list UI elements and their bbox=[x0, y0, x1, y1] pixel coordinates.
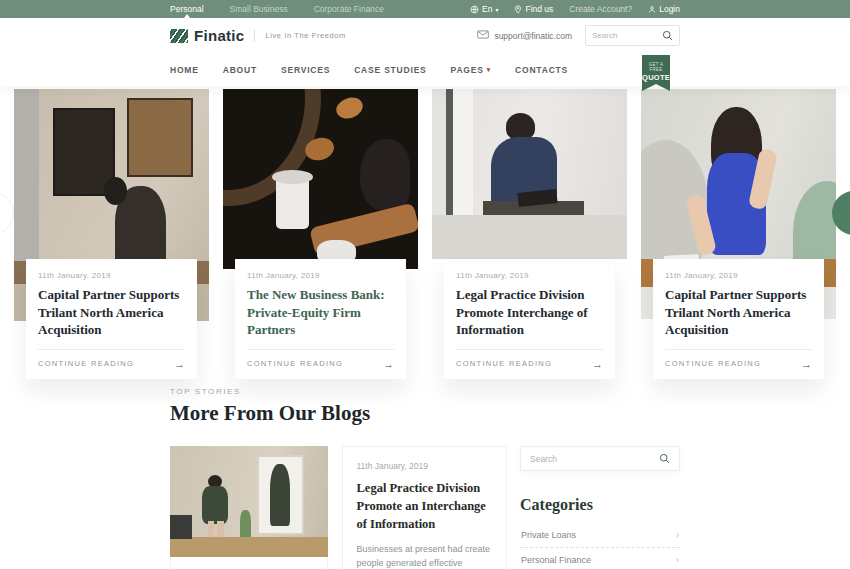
categories-list: Private Loans › Personal Finance › Inves… bbox=[520, 523, 680, 569]
search-icon[interactable] bbox=[659, 450, 670, 468]
brand-name: Finatic bbox=[194, 27, 244, 44]
card-image-floating-coffee bbox=[223, 89, 418, 269]
blog-image-girl-mirror bbox=[170, 446, 328, 557]
card-title[interactable]: Legal Practice Division Promote Intercha… bbox=[456, 286, 603, 339]
card-title[interactable]: Capital Partner Supports Trilant North A… bbox=[665, 286, 812, 339]
create-account-link[interactable]: Create Account? bbox=[569, 4, 632, 14]
topbar-tab-small-business[interactable]: Small Business bbox=[230, 0, 288, 18]
search-icon[interactable] bbox=[662, 27, 673, 45]
chevron-right-icon: › bbox=[676, 555, 679, 565]
carousel-card[interactable]: 11th January, 2019 Capital Partner Suppo… bbox=[14, 89, 209, 349]
nav-contacts-label: CONTACTS bbox=[515, 65, 568, 75]
blog-text-post[interactable]: 11th January, 2019 Legal Practice Divisi… bbox=[342, 446, 507, 569]
support-email-label: support@finatic.com bbox=[494, 31, 572, 41]
sidebar-search-input[interactable] bbox=[530, 454, 659, 464]
language-selector[interactable]: En ▾ bbox=[470, 4, 498, 14]
nav-case-studies-label: CASE STUDIES bbox=[354, 65, 426, 75]
topbar-tabs: Personal Small Business Corporate Financ… bbox=[170, 0, 410, 18]
topbar-tab-personal[interactable]: Personal bbox=[170, 0, 204, 18]
category-personal-finance[interactable]: Personal Finance › bbox=[520, 548, 680, 569]
card-date: 11th January, 2019 bbox=[456, 271, 603, 280]
continue-reading-label: CONTINUE READING bbox=[38, 359, 134, 368]
arrow-right-icon: → bbox=[174, 358, 185, 370]
blogs-section: TOP STORIES More From Our Blogs 11th Jan bbox=[0, 387, 850, 569]
arrow-right-icon: → bbox=[383, 358, 394, 370]
create-account-label: Create Account? bbox=[569, 4, 632, 14]
quote-line2: QUOTE bbox=[642, 73, 670, 82]
nav-home[interactable]: HOME bbox=[170, 65, 199, 75]
user-icon bbox=[648, 5, 656, 14]
card-title[interactable]: Capital Partner Supports Trilant North A… bbox=[38, 286, 185, 339]
find-us-link[interactable]: Find us bbox=[514, 4, 553, 14]
main-nav: HOME ABOUT SERVICES CASE STUDIES PAGES ▾… bbox=[0, 53, 850, 86]
nav-about[interactable]: ABOUT bbox=[223, 65, 257, 75]
blog-sidebar: Categories Private Loans › Personal Fina… bbox=[520, 446, 680, 569]
continue-reading-link[interactable]: CONTINUE READING → bbox=[665, 349, 812, 379]
continue-reading-link[interactable]: CONTINUE READING → bbox=[38, 349, 185, 379]
blog-image-post-card[interactable]: 11th January, 2019 bbox=[170, 557, 328, 569]
categories-heading: Categories bbox=[520, 496, 680, 514]
card-image-person-by-window bbox=[432, 89, 627, 259]
brand[interactable]: Finatic Live In The Freedom bbox=[170, 27, 346, 44]
header: Finatic Live In The Freedom support@fina… bbox=[0, 18, 850, 53]
section-kicker: TOP STORIES bbox=[170, 387, 680, 396]
category-label: Private Loans bbox=[521, 530, 576, 540]
category-label: Personal Finance bbox=[521, 555, 591, 565]
nav-pages-label: PAGES bbox=[451, 65, 484, 75]
continue-reading-label: CONTINUE READING bbox=[665, 359, 761, 368]
card-date: 11th January, 2019 bbox=[665, 271, 812, 280]
chevron-right-icon: › bbox=[676, 530, 679, 540]
divider bbox=[254, 29, 255, 42]
sidebar-search bbox=[520, 446, 680, 471]
arrow-right-icon: → bbox=[801, 358, 812, 370]
continue-reading-link[interactable]: CONTINUE READING → bbox=[456, 349, 603, 379]
map-pin-icon bbox=[514, 5, 522, 14]
login-link[interactable]: Login bbox=[648, 4, 680, 14]
find-us-label: Find us bbox=[525, 4, 553, 14]
topbar: Personal Small Business Corporate Financ… bbox=[0, 0, 850, 18]
arrow-right-icon: → bbox=[592, 358, 603, 370]
continue-reading-label: CONTINUE READING bbox=[456, 359, 552, 368]
nav-services-label: SERVICES bbox=[281, 65, 330, 75]
continue-reading-link[interactable]: CONTINUE READING → bbox=[247, 349, 394, 379]
card-title[interactable]: The New Business Bank: Private-Equity Fi… bbox=[247, 286, 394, 339]
envelope-icon bbox=[477, 30, 489, 41]
quote-line1: GET A FREE bbox=[642, 62, 670, 72]
post-title[interactable]: Legal Practice Division Promote an Inter… bbox=[357, 479, 492, 533]
topbar-utility: En ▾ Find us Create Account? Login bbox=[454, 0, 680, 18]
continue-reading-label: CONTINUE READING bbox=[247, 359, 343, 368]
nav-contacts[interactable]: CONTACTS bbox=[515, 65, 568, 75]
login-label: Login bbox=[659, 4, 680, 14]
card-date: 11th January, 2019 bbox=[247, 271, 394, 280]
chevron-down-icon: ▾ bbox=[495, 6, 498, 13]
finatic-logo-icon bbox=[170, 29, 188, 43]
header-search-input[interactable] bbox=[592, 31, 662, 40]
post-date: 11th January, 2019 bbox=[357, 461, 492, 471]
nav-home-label: HOME bbox=[170, 65, 199, 75]
nav-pages[interactable]: PAGES ▾ bbox=[451, 65, 491, 75]
blog-image-post[interactable]: 11th January, 2019 bbox=[170, 446, 328, 569]
post-excerpt: Businesses at present had create people … bbox=[357, 543, 492, 569]
chevron-down-icon: ▾ bbox=[487, 66, 491, 74]
language-label: En bbox=[482, 4, 492, 14]
nav-about-label: ABOUT bbox=[223, 65, 257, 75]
category-private-loans[interactable]: Private Loans › bbox=[520, 523, 680, 548]
support-email[interactable]: support@finatic.com bbox=[477, 30, 572, 41]
card-date: 11th January, 2019 bbox=[38, 271, 185, 280]
carousel-card[interactable]: 11th January, 2019 Legal Practice Divisi… bbox=[432, 89, 627, 349]
get-free-quote-button[interactable]: GET A FREE QUOTE bbox=[642, 55, 670, 91]
globe-icon bbox=[470, 5, 479, 14]
topbar-tab-corporate-finance[interactable]: Corporate Finance bbox=[314, 0, 384, 18]
brand-tagline: Live In The Freedom bbox=[265, 31, 345, 40]
carousel-card[interactable]: 11th January, 2019 Capital Partner Suppo… bbox=[641, 89, 836, 349]
nav-case-studies[interactable]: CASE STUDIES bbox=[354, 65, 426, 75]
section-heading: More From Our Blogs bbox=[170, 401, 680, 426]
carousel-card[interactable]: 11th January, 2019 The New Business Bank… bbox=[223, 89, 418, 349]
nav-services[interactable]: SERVICES bbox=[281, 65, 330, 75]
featured-carousel: 11th January, 2019 Capital Partner Suppo… bbox=[0, 89, 850, 349]
header-search bbox=[585, 25, 680, 46]
